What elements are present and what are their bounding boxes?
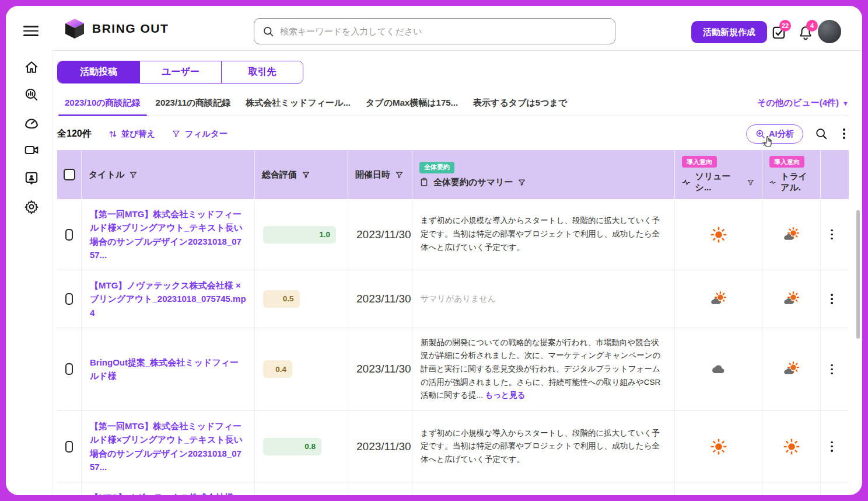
- trial-intent-cell: [762, 270, 821, 328]
- column-header-solution[interactable]: 導入意向 ソリューシ...: [675, 150, 762, 199]
- global-search[interactable]: [254, 18, 615, 44]
- column-header-trial[interactable]: 導入意向 トライアル.: [762, 150, 821, 199]
- segment-accounts[interactable]: 取引先: [221, 61, 303, 83]
- row-menu-kebab[interactable]: [827, 363, 836, 376]
- record-title-link[interactable]: BringOut提案_株式会社ミッドフィールド様: [90, 356, 246, 383]
- title-cell: 【第一回MTG】株式会社ミッドフィールド様×ブリングアウト_テキスト長い場合のサ…: [82, 411, 255, 482]
- summary-cell: サマリがありません: [412, 482, 675, 495]
- trial-intent-cell: [762, 199, 821, 270]
- table-row[interactable]: 【第一回MTG】株式会社ミッドフィールド様×ブリングアウト_テキスト長い場合のサ…: [57, 199, 849, 270]
- rating-bar: 0.8: [263, 438, 321, 455]
- segment-users[interactable]: ユーザー: [139, 61, 221, 83]
- trial-intent-cell: [762, 328, 821, 410]
- column-header-title[interactable]: タイトル: [82, 150, 255, 199]
- filter-icon[interactable]: [302, 171, 310, 179]
- cloud-icon: [710, 361, 727, 377]
- table-header-row: タイトル 総合評価 開催日時 全体要約 全体要約のサマリー: [57, 150, 849, 199]
- view-tab[interactable]: 表示するタブは5つまで: [466, 94, 575, 116]
- view-tab[interactable]: タブのMax横幅は175...: [358, 94, 466, 116]
- row-checkbox[interactable]: [65, 441, 73, 453]
- sun-icon: [783, 439, 800, 455]
- dashboard-icon[interactable]: [24, 115, 39, 130]
- row-select-cell: [57, 328, 82, 410]
- column-header-summary[interactable]: 全体要約 全体要約のサマリー: [412, 150, 675, 199]
- column-header-rating[interactable]: 総合評価: [255, 150, 348, 199]
- table-row[interactable]: 【第一回MTG】株式会社ミッドフィールド様×ブリングアウト_テキスト長い場合のサ…: [57, 411, 849, 482]
- row-menu-kebab[interactable]: [827, 228, 836, 241]
- new-activity-button[interactable]: 活動新規作成: [691, 21, 767, 43]
- title-cell: 【MTG】ノヴァテックス株式会社様 ×ブリングアウト_20231018_0757…: [82, 482, 255, 495]
- tasks-button[interactable]: 22: [771, 25, 788, 41]
- home-icon[interactable]: [24, 60, 39, 75]
- filter-icon[interactable]: [747, 178, 755, 187]
- view-tab[interactable]: 2023/10の商談記録: [57, 94, 148, 116]
- view-tab[interactable]: 株式会社ミッドフィール...: [238, 94, 358, 116]
- analytics-search-icon[interactable]: [24, 87, 39, 102]
- date-cell: 2023/11/30: [348, 411, 412, 482]
- table-row[interactable]: 【MTG】ノヴァテックス株式会社様 ×ブリングアウト_20231018_0757…: [57, 270, 849, 328]
- user-avatar[interactable]: [818, 20, 841, 43]
- more-views-dropdown[interactable]: その他のビュー(4件)▼: [757, 98, 849, 116]
- record-title-link[interactable]: 【MTG】ノヴァテックス株式会社様 ×ブリングアウト_20231018_0757…: [90, 279, 246, 319]
- sun-icon: [710, 439, 727, 455]
- title-cell: 【第一回MTG】株式会社ミッドフィールド様×ブリングアウト_テキスト長い場合のサ…: [82, 199, 255, 270]
- intent-chip: 導入意向: [769, 156, 804, 168]
- table-row[interactable]: BringOut提案_株式会社ミッドフィールド様 0.4 2023/11/30 …: [57, 328, 849, 411]
- rating-bar: 0.4: [263, 360, 292, 378]
- sidebar: [6, 50, 52, 495]
- sort-icon: [108, 129, 118, 139]
- entity-segmented-control: 活動投稿 ユーザー 取引先: [57, 61, 303, 84]
- sort-button[interactable]: 並び替え: [108, 128, 156, 140]
- summary-cell: 新製品の開発についての戦略的な提案が行われ、市場動向や競合状況が詳細に分析されま…: [412, 328, 675, 410]
- pulse-icon: [769, 178, 776, 187]
- column-header-actions: [821, 150, 843, 199]
- column-header-date[interactable]: 開催日時: [348, 150, 412, 199]
- filter-icon[interactable]: [129, 171, 138, 179]
- record-title-link[interactable]: 【第一回MTG】株式会社ミッドフィールド様×ブリングアウト_テキスト長い場合のサ…: [90, 419, 246, 474]
- filter-icon: [172, 129, 181, 138]
- video-icon[interactable]: [24, 142, 39, 158]
- solution-intent-cell: 未分析: [675, 482, 762, 495]
- table-search-icon[interactable]: [815, 127, 828, 140]
- segment-activity-posts[interactable]: 活動投稿: [58, 61, 139, 83]
- select-all-cell: [57, 150, 82, 199]
- record-title-link[interactable]: 【MTG】ノヴァテックス株式会社様 ×ブリングアウト_20231018_0757…: [90, 490, 246, 495]
- app-window: BRING OUT 活動新規作成 22 4 活動投稿 ユーザー 取引先: [6, 6, 862, 495]
- search-input[interactable]: [280, 26, 607, 36]
- row-select-cell: [57, 270, 82, 328]
- partly-cloudy-icon: [710, 291, 727, 307]
- view-tabs: 2023/10の商談記録 2023/11の商談記録 株式会社ミッドフィール...…: [57, 94, 849, 116]
- title-cell: 【MTG】ノヴァテックス株式会社様 ×ブリングアウト_20231018_0757…: [82, 270, 255, 328]
- hamburger-menu-icon[interactable]: [23, 26, 38, 39]
- filter-icon[interactable]: [395, 171, 404, 179]
- table-row[interactable]: 【MTG】ノヴァテックス株式会社様 ×ブリングアウト_20231018_0757…: [57, 482, 849, 495]
- brand-logo: BRING OUT: [64, 18, 169, 40]
- row-checkbox[interactable]: [65, 293, 73, 305]
- record-title-link[interactable]: 【第一回MTG】株式会社ミッドフィールド様×ブリングアウト_テキスト長い場合のサ…: [90, 207, 246, 262]
- row-checkbox[interactable]: [65, 363, 73, 375]
- settings-gear-icon[interactable]: [24, 199, 39, 214]
- app-header: BRING OUT 活動新規作成 22 4: [6, 6, 862, 50]
- row-menu-kebab[interactable]: [827, 293, 836, 305]
- select-all-checkbox[interactable]: [64, 169, 75, 180]
- rating-cell: 0.2: [255, 482, 348, 495]
- filter-button[interactable]: フィルター: [172, 128, 228, 140]
- summary-chip: 全体要約: [419, 162, 454, 173]
- notifications-button[interactable]: 4: [798, 25, 814, 41]
- read-more-link[interactable]: もっと見る: [485, 391, 525, 399]
- row-checkbox[interactable]: [65, 229, 73, 241]
- partly-cloudy-icon: [783, 227, 800, 243]
- vertical-scrollbar[interactable]: [856, 210, 860, 339]
- view-tab[interactable]: 2023/11の商談記録: [148, 94, 239, 116]
- summary-cell: まず初めに小規模な導入からスタートし、段階的に拡大していく予定です。当初は特定の…: [412, 199, 675, 270]
- filter-icon[interactable]: [517, 178, 526, 187]
- table-menu-kebab[interactable]: [839, 127, 849, 140]
- rating-bar: 0.5: [263, 290, 300, 308]
- total-count: 全120件: [57, 128, 92, 140]
- contact-card-icon[interactable]: [24, 171, 39, 186]
- row-actions-cell: [821, 328, 843, 410]
- summary-cell: まず初めに小規模な導入からスタートし、段階的に拡大していく予定です。当初は特定の…: [412, 411, 675, 482]
- ai-analysis-button[interactable]: AI分析: [746, 124, 804, 144]
- summary-cell: サマリがありません: [412, 270, 675, 328]
- row-menu-kebab[interactable]: [827, 440, 836, 453]
